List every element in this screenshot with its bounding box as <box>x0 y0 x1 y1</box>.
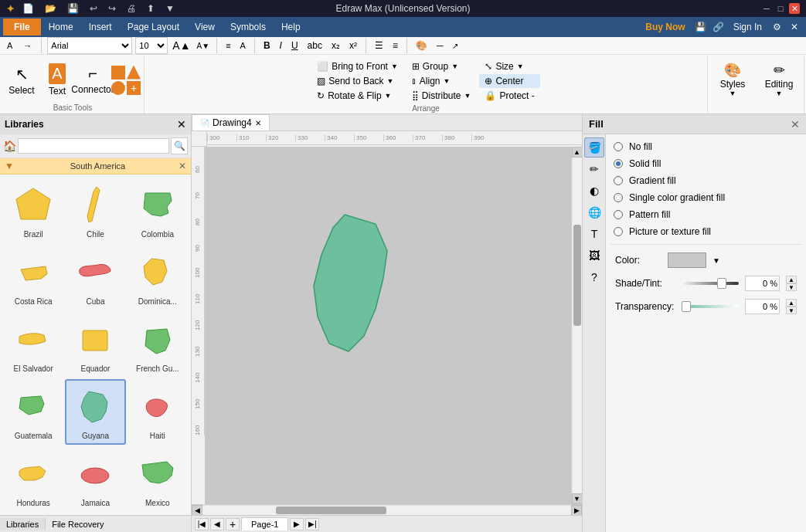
fill-option-picture[interactable]: Picture or texture fill <box>610 224 801 239</box>
transparency-up-btn[interactable]: ▲ <box>786 299 797 307</box>
fill-option-gradient[interactable]: Gradient fill <box>610 173 801 188</box>
library-item-costa-rica[interactable]: Costa Rica <box>3 245 63 310</box>
size-dropdown-icon[interactable]: ▼ <box>517 63 524 70</box>
library-item-mexico[interactable]: Mexico <box>128 446 188 512</box>
font-group-expand-btn[interactable]: ↗ <box>449 40 461 52</box>
page-tab-1[interactable]: Page-1 <box>241 517 288 530</box>
text-color-btn[interactable]: A <box>237 39 249 52</box>
arrow-btn[interactable]: → <box>19 39 36 53</box>
editing-panel-btn[interactable]: ✏ Editing ▼ <box>757 58 801 101</box>
page-nav-next-btn[interactable]: ▶ <box>290 518 304 530</box>
redo-btn[interactable]: ↪ <box>105 1 119 16</box>
fill-color-dropdown-icon[interactable]: ▼ <box>712 256 720 265</box>
library-item-guatemala[interactable]: Guatemala <box>3 379 63 445</box>
distribute-dropdown-icon[interactable]: ▼ <box>464 92 471 100</box>
distribute-btn[interactable]: ⣿ Distribute ▼ <box>406 89 477 103</box>
search-button[interactable]: 🔍 <box>171 137 188 154</box>
save-cloud-icon[interactable]: 💾 <box>692 19 709 35</box>
subscript-btn[interactable]: x₂ <box>328 39 343 53</box>
shade-tint-thumb[interactable] <box>717 278 726 289</box>
styles-dropdown-icon[interactable]: ▼ <box>729 90 736 97</box>
scroll-right-btn[interactable]: ▶ <box>571 505 582 516</box>
search-input[interactable] <box>18 138 169 154</box>
scroll-left-btn[interactable]: ◀ <box>192 505 202 516</box>
transparency-thumb[interactable] <box>682 301 691 312</box>
fill-option-no-fill[interactable]: No fill <box>610 139 801 154</box>
library-item-colombia[interactable]: Colombia <box>128 178 188 243</box>
bullet-btn[interactable]: ≡ <box>389 39 401 53</box>
strikethrough-btn[interactable]: abc <box>304 39 325 53</box>
transparency-input[interactable] <box>745 299 780 314</box>
fill-option-pattern[interactable]: Pattern fill <box>610 207 801 222</box>
circle-shape-btn[interactable] <box>111 81 125 95</box>
window-close-btn[interactable]: ✕ <box>789 3 800 14</box>
fill-panel-close-btn[interactable]: ✕ <box>791 118 800 130</box>
underline-btn[interactable]: U <box>288 39 301 53</box>
transparency-slider[interactable] <box>683 305 739 308</box>
fill-shadow-icon-btn[interactable]: ◐ <box>584 181 604 201</box>
styles-panel-btn[interactable]: 🎨 Styles ▼ <box>711 58 754 101</box>
library-item-chile[interactable]: Chile <box>65 178 125 243</box>
line-color-btn[interactable]: ─ <box>434 39 447 53</box>
sign-in-btn[interactable]: Sign In <box>727 19 768 35</box>
libraries-tab[interactable]: Libraries <box>0 518 46 530</box>
page-nav-first-btn[interactable]: |◀ <box>195 518 209 530</box>
transparency-down-btn[interactable]: ▼ <box>786 307 797 314</box>
italic-btn[interactable]: I <box>277 39 285 53</box>
page-nav-prev-btn[interactable]: ◀ <box>210 518 224 530</box>
rotate-flip-btn[interactable]: ↻ Rotate & Flip ▼ <box>311 89 403 103</box>
fill-color-btn[interactable]: 🎨 <box>413 39 430 53</box>
scroll-down-btn[interactable]: ▼ <box>572 493 583 504</box>
font-family-select[interactable]: Arial <box>47 37 132 54</box>
view-menu-item[interactable]: View <box>187 19 223 35</box>
group-dropdown-icon[interactable]: ▼ <box>451 63 458 70</box>
insert-menu-item[interactable]: Insert <box>81 19 120 35</box>
page-layout-menu-item[interactable]: Page Layout <box>120 19 187 35</box>
fill-bucket-icon-btn[interactable]: 🪣 <box>584 137 604 158</box>
triangle-shape-btn[interactable] <box>127 66 141 80</box>
page-add-btn[interactable]: + <box>226 518 240 530</box>
scroll-thumb-v[interactable] <box>573 225 581 326</box>
canvas-tab-drawing4[interactable]: 📄 Drawing4 ✕ <box>192 114 270 130</box>
undo-btn[interactable]: ↩ <box>87 1 100 16</box>
share-icon[interactable]: 🔗 <box>709 19 727 35</box>
plus-shape-btn[interactable]: + <box>127 81 141 95</box>
picture-fill-radio[interactable] <box>614 227 623 236</box>
editing-dropdown-icon[interactable]: ▼ <box>776 90 783 97</box>
gradient-fill-radio[interactable] <box>614 176 623 185</box>
minimize-btn[interactable]: ─ <box>761 3 772 14</box>
library-item-el-salvador[interactable]: El Salvador <box>3 312 63 378</box>
maximize-btn[interactable]: □ <box>775 3 786 14</box>
library-item-guyana[interactable]: Guyana <box>65 379 125 445</box>
superscript-btn[interactable]: x² <box>346 39 360 53</box>
text-tool-btn[interactable]: A Text <box>40 59 74 102</box>
home-nav-icon[interactable]: 🏠 <box>3 140 16 152</box>
print-btn[interactable]: 🖨 <box>124 1 139 16</box>
align-btn[interactable]: ⫾ Align ▼ <box>406 74 477 88</box>
library-item-brazil[interactable]: Brazil <box>3 178 63 243</box>
list-btn[interactable]: ☰ <box>372 39 386 53</box>
help-menu-item[interactable]: Help <box>274 19 308 35</box>
library-item-dominica[interactable]: Dominica... <box>128 245 188 310</box>
decrease-font-btn[interactable]: A▼ <box>196 42 212 50</box>
fill-help-icon-btn[interactable]: ? <box>584 267 604 287</box>
size-btn[interactable]: ⤡ Size ▼ <box>479 59 539 73</box>
scroll-up-btn[interactable]: ▲ <box>572 147 583 158</box>
align-left-btn[interactable]: ≡ <box>223 39 233 52</box>
file-menu-btn[interactable]: File <box>3 19 41 36</box>
styles-quick-btn[interactable]: A <box>3 39 16 53</box>
single-gradient-radio[interactable] <box>614 193 623 202</box>
no-fill-radio[interactable] <box>614 142 623 151</box>
shade-down-btn[interactable]: ▼ <box>786 283 797 291</box>
export-btn[interactable]: ⬆ <box>144 1 158 16</box>
group-btn[interactable]: ⊞ Group ▼ <box>406 59 477 73</box>
library-item-cuba[interactable]: Cuba <box>65 245 125 310</box>
send-dropdown-icon[interactable]: ▼ <box>387 77 394 85</box>
sidebar-close-btn[interactable]: ✕ <box>177 118 186 130</box>
section-close-btn[interactable]: ✕ <box>179 161 186 171</box>
solid-fill-radio[interactable] <box>614 159 623 168</box>
new-file-btn[interactable]: 📄 <box>19 1 37 16</box>
open-btn[interactable]: 📂 <box>42 1 60 16</box>
fill-effects-icon-btn[interactable]: 🌐 <box>584 202 604 222</box>
fill-color-swatch[interactable] <box>668 252 706 268</box>
